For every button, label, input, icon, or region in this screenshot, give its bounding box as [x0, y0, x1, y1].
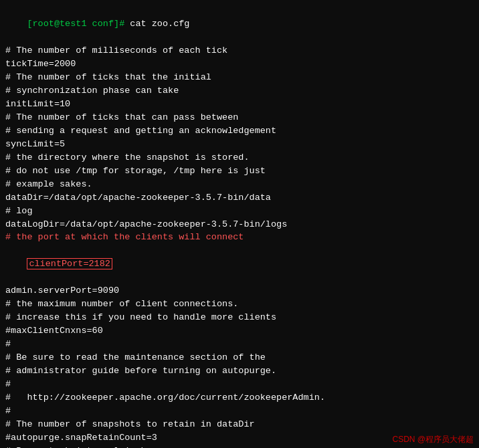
terminal-line: # The number of milliseconds of each tic…: [5, 44, 474, 58]
highlighted-comment-line: # the port at which the clients will con…: [5, 231, 474, 244]
footer-watermark: CSDN @程序员大佬超: [392, 434, 474, 445]
terminal-line: #maxClientCnxns=60: [5, 324, 474, 338]
terminal-line: syncLimit=5: [5, 138, 474, 151]
clientport-boxed: clientPort=2182: [27, 258, 112, 269]
terminal-line: dataDir=/data/opt/apache-zookeeper-3.5.7…: [5, 191, 474, 205]
terminal-line: # increase this if you need to handle mo…: [5, 311, 474, 324]
terminal-line: #: [5, 338, 474, 351]
terminal-line: # Be sure to read the maintenance sectio…: [5, 351, 474, 364]
terminal-line: admin.serverPort=9090: [5, 284, 474, 298]
terminal-line: # administrator guide before turning on …: [5, 364, 474, 378]
terminal-line: # The number of snapshots to retain in d…: [5, 418, 474, 431]
terminal-line: dataLogDir=/data/opt/apache-zookeeper-3.…: [5, 218, 474, 231]
terminal-line: # http://zookeeper.apache.org/doc/curren…: [5, 391, 474, 405]
terminal-line: # The number of ticks that the initial: [5, 71, 474, 84]
terminal-line: # log: [5, 205, 474, 218]
prompt: [root@test1 conf]#: [27, 19, 130, 29]
boxed-config-line: clientPort=2182: [5, 244, 474, 284]
terminal-line: #: [5, 405, 474, 418]
terminal-line: # the directory where the snapshot is st…: [5, 151, 474, 164]
terminal-line: # do not use /tmp for storage, /tmp here…: [5, 164, 474, 178]
terminal-line: initLimit=10: [5, 98, 474, 111]
terminal-line: # synchronization phase can take: [5, 84, 474, 98]
terminal-line: # example sakes.: [5, 178, 474, 191]
terminal-line: # The number of ticks that can pass betw…: [5, 111, 474, 124]
terminal-line: #: [5, 378, 474, 391]
terminal-window: [root@test1 conf]# cat zoo.cfg # The num…: [0, 0, 479, 448]
terminal-line: [root@test1 conf]# cat zoo.cfg: [5, 4, 474, 44]
terminal-line: tickTime=2000: [5, 58, 474, 71]
terminal-line: # sending a request and getting an ackno…: [5, 124, 474, 138]
command: cat zoo.cfg: [130, 19, 189, 29]
terminal-line: # the maximum number of client connectio…: [5, 298, 474, 311]
